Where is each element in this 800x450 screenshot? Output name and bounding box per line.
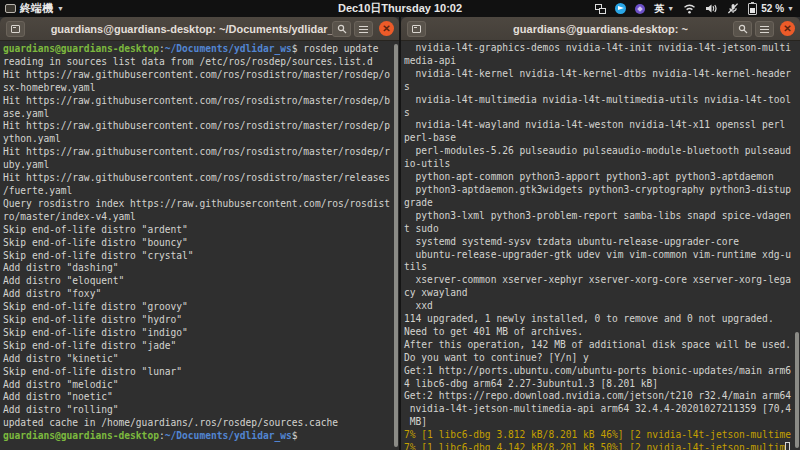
right-titlebar[interactable]: guardians@guardians-desktop: ~ ✕ (401, 17, 800, 41)
close-button[interactable]: ✕ (780, 21, 795, 36)
terminal-line: Skip end-of-life distro "groovy" (3, 301, 396, 314)
right-window-title: guardians@guardians-desktop: ~ (513, 23, 688, 35)
top-bar: 終端機 ▼ Dec10日Thursday 10:02 英 ▼ (0, 0, 800, 17)
battery-indicator[interactable]: 52 % ▼ (748, 3, 794, 15)
terminal-line: Skip end-of-life distro "crystal" (3, 250, 396, 263)
app-menu[interactable]: 終端機 ▼ (0, 1, 64, 16)
terminal-line: Add distro "foxy" (3, 288, 396, 301)
terminal-line: ase.yaml (3, 108, 396, 121)
hamburger-icon (359, 26, 368, 33)
terminal-line: perl-modules-5.26 pulseaudio pulseaudio-… (404, 145, 797, 158)
cursor (785, 442, 790, 450)
terminal-line: perl-base (404, 132, 797, 145)
terminal-line: Add distro "eloquent" (3, 275, 396, 288)
terminal-line: systemd systemd-sysv tzdata ubuntu-relea… (404, 236, 797, 249)
terminal-line: xxd (404, 300, 797, 313)
close-icon: ✕ (783, 24, 791, 34)
left-window-title: guardians@guardians-desktop: ~/Documents… (51, 23, 349, 35)
chevron-down-icon: ▼ (787, 5, 794, 12)
terminal-line: 114 upgraded, 1 newly installed, 0 to re… (404, 313, 797, 326)
terminal-line: Add distro "noetic" (3, 391, 396, 404)
scrollbar[interactable] (394, 44, 398, 447)
terminal-line: guardians@guardians-desktop:~/Documents/… (3, 43, 396, 56)
terminal-line: guardians@guardians-desktop:~/Documents/… (3, 430, 396, 443)
terminal-line: Add distro "kinetic" (3, 353, 396, 366)
terminal-line: uby.yaml (3, 159, 396, 172)
terminal-line: reading in sources list data from /etc/r… (3, 56, 396, 69)
left-terminal-content[interactable]: guardians@guardians-desktop:~/Documents/… (0, 41, 399, 450)
volume-icon[interactable] (705, 3, 718, 14)
new-terminal-button[interactable] (6, 21, 25, 37)
app-indicator-icon[interactable] (635, 4, 645, 14)
terminal-line: media-api (404, 55, 797, 68)
terminal-line: Skip end-of-life distro "indigo" (3, 327, 396, 340)
terminal-line: Hit https://raw.githubusercontent.com/ro… (3, 95, 396, 108)
terminal-line: Do you want to continue? [Y/n] y (404, 352, 797, 365)
terminal-line: 7% [1 libc6-dbg 4.142 kB/8.201 kB 50%] [… (404, 442, 797, 450)
terminal-line: Skip end-of-life distro "jade" (3, 340, 396, 353)
scrollbar[interactable] (795, 332, 799, 448)
workspaces-icon[interactable] (595, 4, 606, 14)
terminal-window-right: guardians@guardians-desktop: ~ ✕ nvidia-… (401, 17, 800, 450)
terminal-line: 7% [1 libc6-dbg 3.812 kB/8.201 kB 46%] [… (404, 429, 797, 442)
terminal-line: cy xwayland (404, 287, 797, 300)
new-terminal-button[interactable] (407, 21, 426, 37)
terminal-line: /fuerte.yaml (3, 185, 396, 198)
telegram-icon[interactable] (615, 3, 626, 14)
terminal-line: Skip end-of-life distro "ardent" (3, 224, 396, 237)
menu-button[interactable] (755, 21, 774, 37)
right-terminal-content[interactable]: nvidia-l4t-graphics-demos nvidia-l4t-ini… (401, 41, 800, 450)
terminal-line: Add distro "rolling" (3, 404, 396, 417)
terminal-line: Add distro "melodic" (3, 379, 396, 392)
new-terminal-icon (11, 25, 20, 33)
terminal-line: Get:2 https://repo.download.nvidia.com/j… (404, 390, 797, 403)
terminal-line: updated cache in /home/guardians/.ros/ro… (3, 417, 396, 430)
terminal-line: python3-lxml python3-problem-report samb… (404, 210, 797, 223)
terminal-line: Hit https://raw.githubusercontent.com/ro… (3, 172, 396, 185)
wifi-icon[interactable] (683, 3, 696, 14)
terminal-line: 4 libc6-dbg arm64 2.27-3ubuntu1.3 [8.201… (404, 378, 797, 391)
menu-button[interactable] (354, 21, 373, 37)
terminal-line: io-utils (404, 158, 797, 171)
terminal-window-left: guardians@guardians-desktop: ~/Documents… (0, 17, 399, 450)
terminal-line: xserver-common xserver-xephyr xserver-xo… (404, 274, 797, 287)
input-method-label: 英 (654, 2, 664, 16)
search-icon (337, 24, 347, 34)
terminal-line: nvidia-l4t-wayland nvidia-l4t-weston nvi… (404, 119, 797, 132)
close-icon: ✕ (382, 24, 390, 34)
left-titlebar[interactable]: guardians@guardians-desktop: ~/Documents… (0, 17, 399, 41)
terminal-line: Get:1 http://ports.ubuntu.com/ubuntu-por… (404, 365, 797, 378)
terminal-line: python3-aptdaemon.gtk3widgets python3-cr… (404, 184, 797, 197)
terminal-line: MB] (404, 416, 797, 429)
hamburger-icon (760, 26, 769, 33)
terminal-line: ubuntu-release-upgrader-gtk udev vim vim… (404, 249, 797, 262)
search-button[interactable] (733, 21, 752, 37)
terminal-line: nvidia-l4t-jetson-multimedia-api arm64 3… (404, 403, 797, 416)
search-icon (738, 24, 748, 34)
close-button[interactable]: ✕ (379, 21, 394, 36)
terminal-line: After this operation, 142 MB of addition… (404, 339, 797, 352)
system-tray: 英 ▼ 52 % (595, 2, 800, 16)
input-method-indicator[interactable]: 英 ▼ (654, 2, 674, 16)
chevron-down-icon: ▼ (667, 5, 674, 12)
terminal-line: ro/master/index-v4.yaml (3, 211, 396, 224)
terminal-line: s (404, 81, 797, 94)
terminal-line: sx-homebrew.yaml (3, 82, 396, 95)
terminal-app-icon (5, 4, 16, 13)
terminal-line: Query rosdistro index https://raw.github… (3, 198, 396, 211)
app-menu-label: 終端機 (20, 1, 53, 16)
terminal-line: python-apt-common python3-apport python3… (404, 171, 797, 184)
desktop: guardians@guardians-desktop: ~/Documents… (0, 17, 800, 450)
microphone-muted-icon[interactable] (727, 3, 739, 14)
terminal-line: nvidia-l4t-graphics-demos nvidia-l4t-ini… (404, 42, 797, 55)
search-button[interactable] (332, 21, 351, 37)
terminal-line: Hit https://raw.githubusercontent.com/ro… (3, 146, 396, 159)
terminal-line: nvidia-l4t-multimedia nvidia-l4t-multime… (404, 94, 797, 107)
terminal-line: s (404, 107, 797, 120)
terminal-line: nvidia-l4t-kernel nvidia-l4t-kernel-dtbs… (404, 68, 797, 81)
terminal-line: tils (404, 261, 797, 274)
terminal-line: Hit https://raw.githubusercontent.com/ro… (3, 120, 396, 133)
terminal-line: Skip end-of-life distro "hydro" (3, 314, 396, 327)
terminal-line: ython.yaml (3, 133, 396, 146)
terminal-line: grade (404, 197, 797, 210)
